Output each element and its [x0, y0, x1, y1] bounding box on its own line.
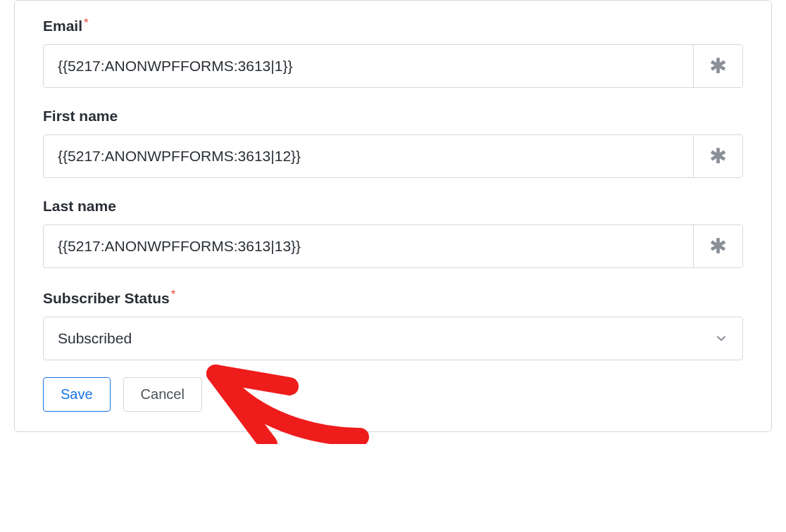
required-asterisk-icon: * — [171, 288, 176, 301]
subscriber-status-select[interactable]: Subscribed — [43, 317, 743, 360]
email-input[interactable] — [44, 45, 693, 87]
form-actions: Save Cancel — [43, 377, 743, 412]
asterisk-icon: ✱ — [709, 146, 727, 167]
last-name-token-button[interactable]: ✱ — [693, 225, 742, 267]
first-name-input[interactable] — [44, 135, 693, 177]
first-name-field-group: First name ✱ — [43, 108, 743, 178]
subscriber-status-label: Subscriber Status — [43, 290, 170, 307]
chevron-down-icon — [714, 331, 728, 346]
last-name-input[interactable] — [44, 225, 693, 267]
save-button[interactable]: Save — [43, 377, 111, 412]
email-input-row: ✱ — [43, 44, 743, 88]
first-name-input-row: ✱ — [43, 134, 743, 178]
first-name-label: First name — [43, 108, 118, 125]
asterisk-icon: ✱ — [709, 236, 727, 257]
email-token-button[interactable]: ✱ — [693, 45, 742, 87]
first-name-token-button[interactable]: ✱ — [693, 135, 742, 177]
email-field-group: Email* ✱ — [43, 16, 743, 88]
required-asterisk-icon: * — [84, 16, 89, 30]
last-name-input-row: ✱ — [43, 224, 743, 268]
last-name-label: Last name — [43, 198, 116, 215]
email-label: Email — [43, 18, 82, 34]
subscriber-status-field-group: Subscriber Status* Subscribed — [43, 288, 743, 360]
cancel-button[interactable]: Cancel — [123, 377, 202, 412]
subscriber-status-value: Subscribed — [44, 317, 742, 360]
asterisk-icon: ✱ — [709, 56, 727, 77]
last-name-field-group: Last name ✱ — [43, 198, 743, 268]
form-panel: Email* ✱ First name ✱ Last name ✱ — [14, 0, 772, 432]
